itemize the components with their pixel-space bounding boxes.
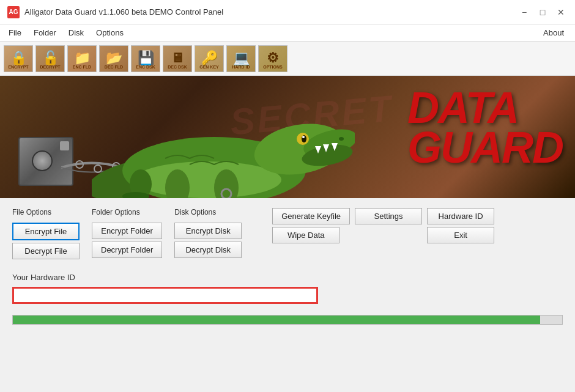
progress-bar-fill: [13, 316, 540, 324]
menu-items-group: File Folder Disk Options: [2, 26, 130, 39]
data-text: DATA: [407, 88, 563, 128]
right-buttons-group: Generate Keyfile Settings Hardware ID Wi…: [272, 208, 494, 243]
alligator-graphic: [92, 85, 355, 198]
menu-bar: File Folder Disk Options About: [0, 24, 575, 42]
data-guard-text: DATA GUARD: [407, 88, 563, 168]
file-options-group: File Options Encrypt File Decrypt File: [12, 208, 80, 259]
right-row-2: Wipe Data Exit: [272, 227, 494, 243]
close-button[interactable]: ✕: [554, 6, 568, 19]
svg-point-19: [339, 137, 344, 141]
svg-point-18: [302, 136, 305, 138]
hardware-id-label: Your Hardware ID: [12, 273, 563, 282]
hardware-id-input[interactable]: [12, 287, 318, 304]
generate-keyfile-button[interactable]: Generate Keyfile: [272, 208, 350, 224]
toolbar-encrypt-file[interactable]: 🔒 ENCRYPT: [4, 45, 33, 72]
folder-options-group: Folder Options Encrypt Folder Decrypt Fo…: [92, 208, 162, 258]
menu-disk[interactable]: Disk: [62, 26, 90, 39]
title-text: Alligator Data Guard v1.1.060 beta DEMO …: [24, 7, 223, 17]
toolbar-gen-key[interactable]: 🔑 GEN KEY: [195, 45, 224, 72]
progress-bar-container: [12, 315, 563, 325]
menu-folder[interactable]: Folder: [28, 26, 62, 39]
title-bar: AG Alligator Data Guard v1.1.060 beta DE…: [0, 0, 575, 24]
hardware-id-button[interactable]: Hardware ID: [427, 208, 494, 224]
folder-options-label: Folder Options: [92, 208, 162, 216]
toolbar-decrypt-folder[interactable]: 📂 DEC FLD: [99, 45, 128, 72]
decrypt-folder-button[interactable]: Decrypt Folder: [92, 242, 162, 258]
wipe-data-button[interactable]: Wipe Data: [272, 227, 339, 243]
guard-text: GUARD: [407, 128, 563, 168]
controls-panel: File Options Encrypt File Decrypt File F…: [0, 198, 575, 267]
menu-file[interactable]: File: [2, 26, 28, 39]
hardware-input-wrapper: [12, 287, 318, 304]
app-icon: AG: [7, 6, 20, 18]
title-left-group: AG Alligator Data Guard v1.1.060 beta DE…: [7, 6, 223, 18]
encrypt-disk-button[interactable]: Encrypt Disk: [174, 223, 242, 239]
toolbar-decrypt-file[interactable]: 🔓 DECRYPT: [35, 45, 65, 72]
decrypt-file-button[interactable]: Decrypt File: [12, 243, 80, 259]
menu-about[interactable]: About: [535, 26, 573, 39]
toolbar-hard-id[interactable]: 💻 HARD ID: [226, 45, 256, 72]
toolbar-decrypt-disk[interactable]: 🖥 DEC DSK: [163, 45, 192, 72]
maximize-button[interactable]: □: [536, 6, 549, 19]
encrypt-folder-button[interactable]: Encrypt Folder: [92, 223, 162, 239]
file-options-label: File Options: [12, 208, 80, 216]
exit-button[interactable]: Exit: [427, 227, 494, 243]
decrypt-disk-button[interactable]: Decrypt Disk: [174, 242, 242, 258]
hero-banner: SECRET: [0, 76, 575, 198]
toolbar: 🔒 ENCRYPT 🔓 DECRYPT 📁 ENC FLD 📂 DEC FLD …: [0, 42, 575, 76]
menu-options[interactable]: Options: [90, 26, 130, 39]
disk-options-label: Disk Options: [174, 208, 242, 216]
settings-button[interactable]: Settings: [355, 208, 422, 224]
disk-options-group: Disk Options Encrypt Disk Decrypt Disk: [174, 208, 242, 258]
toolbar-encrypt-folder[interactable]: 📁 ENC FLD: [67, 45, 97, 72]
toolbar-encrypt-disk[interactable]: 💾 ENC DSK: [131, 45, 160, 72]
hardware-section: Your Hardware ID: [0, 267, 575, 310]
encrypt-file-button[interactable]: Encrypt File: [12, 223, 80, 240]
window-controls: − □ ✕: [518, 6, 568, 19]
toolbar-options[interactable]: ⚙ OPTIONS: [258, 45, 288, 72]
minimize-button[interactable]: −: [518, 6, 531, 19]
svg-point-9: [135, 161, 281, 198]
right-row-1: Generate Keyfile Settings Hardware ID: [272, 208, 494, 224]
app-icon-text: AG: [9, 9, 18, 15]
